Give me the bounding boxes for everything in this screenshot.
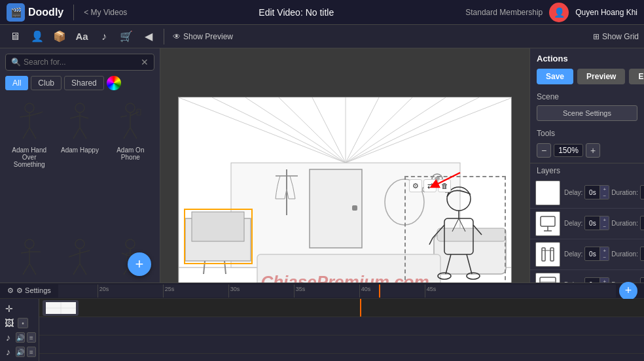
canvas-settings-icon[interactable]: ⚙ <box>409 179 422 192</box>
add-scene-button[interactable]: + <box>619 282 637 300</box>
search-icon: 🔍 <box>11 58 21 67</box>
delay-stepper-2: + − <box>599 216 609 230</box>
delay-up-2[interactable]: + <box>599 216 609 223</box>
delay-value: 0s <box>585 188 599 197</box>
toolbar-music-icon[interactable]: ♪ <box>94 27 114 46</box>
toolbar-assets-icon[interactable]: 📦 <box>50 27 69 46</box>
char-label: Adam Happy <box>61 146 99 154</box>
ruler-tick-20s: 20s <box>98 284 109 298</box>
character-on-sofa <box>420 182 498 281</box>
char-figure <box>60 235 99 281</box>
logo-icon: 🎬 <box>7 3 25 22</box>
music1-mute-btn[interactable]: 🔊 <box>16 332 25 343</box>
svg-rect-72 <box>444 218 473 254</box>
svg-point-26 <box>75 239 84 249</box>
settings-button[interactable]: ⚙ ⚙ Settings <box>3 285 55 296</box>
svg-line-74 <box>459 218 465 232</box>
color-picker-icon[interactable] <box>107 76 121 90</box>
duration-label: Duration: <box>611 189 638 196</box>
svg-line-39 <box>179 97 346 163</box>
delay-label-3: Delay: <box>564 250 582 258</box>
svg-line-79 <box>467 254 472 274</box>
ruler-tick-35s: 35s <box>294 284 306 298</box>
export-button[interactable]: Export <box>629 69 644 84</box>
music2-mute-btn[interactable]: 🔊 <box>16 347 25 357</box>
ruler-tick-30s: 30s <box>228 284 240 298</box>
delay-box: 0s + − <box>584 185 609 199</box>
scene-settings-button[interactable]: Scene Settings <box>537 105 637 121</box>
playhead[interactable] <box>379 284 380 298</box>
delay-up-3[interactable]: + <box>599 247 609 254</box>
char-item-adam-hand[interactable]: Adam Hand Over Something <box>5 97 53 230</box>
membership-label: Standard Membership <box>465 8 543 17</box>
zoom-plus-button[interactable]: + <box>586 143 600 158</box>
ruler-tick-25s: 25s <box>163 284 175 298</box>
search-input[interactable] <box>24 58 138 67</box>
music1-extra-btn[interactable]: ≡ <box>27 332 36 343</box>
action-buttons: Save Preview Export <box>530 66 644 87</box>
delay-down[interactable]: − <box>599 192 609 199</box>
zoom-minus-button[interactable]: − <box>537 143 551 158</box>
svg-line-15 <box>120 116 127 117</box>
zoom-value: 150% <box>554 144 583 157</box>
svg-line-18 <box>124 128 130 139</box>
filter-club-tab[interactable]: Club <box>31 76 62 90</box>
layers-header: Layers <box>530 163 644 178</box>
duration-label-3: Duration: <box>611 250 638 258</box>
layer-delay-row-2: Delay: 0s + − Duration: 3s + − <box>564 216 644 230</box>
image-mute-btn[interactable]: • <box>18 318 28 328</box>
save-button[interactable]: Save <box>537 69 573 84</box>
music1-icon: ♪ <box>3 331 14 344</box>
layer-item-2: Delay: 0s + − Duration: 3s + − <box>530 209 644 239</box>
svg-line-62 <box>224 261 226 274</box>
filter-shared-tab[interactable]: Shared <box>64 76 104 90</box>
timeline-content[interactable] <box>39 299 644 361</box>
delay-down-2[interactable]: − <box>599 223 609 230</box>
filter-all-tab[interactable]: All <box>5 76 28 90</box>
char-svg <box>63 239 96 281</box>
delay-stepper-3: + − <box>599 247 609 260</box>
back-link[interactable]: < My Videos <box>84 8 127 17</box>
toolbar-screen-icon[interactable]: 🖥 <box>5 27 25 46</box>
track-strip-1 <box>39 299 644 317</box>
delay-down-3[interactable]: − <box>599 254 609 260</box>
delay-label: Delay: <box>564 189 582 196</box>
tools-header: Tools <box>530 126 644 141</box>
svg-point-81 <box>467 273 480 279</box>
delay-box-2: 0s + − <box>584 216 609 230</box>
svg-line-48 <box>346 97 479 163</box>
logo: 🎬 Doodly <box>7 3 63 22</box>
toolbar-text-icon[interactable]: Aa <box>72 27 92 46</box>
layer-delay-row-3: Delay: 0s + − Duration: 3s + − <box>564 247 644 261</box>
timeline-header: ⚙ ⚙ Settings 20s 25s 30s 35s 40s 45s + <box>0 283 644 299</box>
show-preview-toggle[interactable]: 👁 Show Preview <box>173 32 233 41</box>
toolbar-characters-icon[interactable]: 👤 <box>27 27 47 46</box>
layer-controls-1: Delay: 0s + − Duration: 3s + − <box>564 185 644 201</box>
char-figure <box>111 99 150 145</box>
music2-extra-btn[interactable]: ≡ <box>27 347 36 357</box>
duration-label-2: Duration: <box>611 220 638 227</box>
svg-line-77 <box>473 225 482 235</box>
svg-line-49 <box>346 97 512 163</box>
duration-box-3: 3s + − <box>640 247 644 261</box>
svg-rect-86 <box>542 248 545 261</box>
toolbar-collapse-icon[interactable]: ◀ <box>139 27 158 46</box>
delay-up[interactable]: + <box>599 186 609 192</box>
svg-line-28 <box>69 253 80 257</box>
add-character-button[interactable]: + <box>128 252 151 276</box>
clear-search-icon[interactable]: ✕ <box>141 57 149 67</box>
svg-line-22 <box>21 252 29 253</box>
toolbar-cart-icon[interactable]: 🛒 <box>116 27 136 46</box>
char-item-adam-happy[interactable]: Adam Happy <box>56 97 103 230</box>
scene-clip[interactable] <box>43 300 79 316</box>
svg-line-3 <box>29 113 39 116</box>
canvas[interactable]: ⚙ 🗑 <box>178 97 512 313</box>
actions-header: Actions <box>530 48 644 66</box>
svg-line-11 <box>73 128 80 139</box>
char-item-adam-phone[interactable]: Adam On Phone <box>107 97 154 230</box>
show-grid-toggle[interactable]: ⊞ Show Grid <box>593 32 639 41</box>
preview-button[interactable]: Preview <box>577 69 625 84</box>
layer-thumb-3 <box>535 242 560 267</box>
duration-value-2: 3s <box>641 219 644 228</box>
track-controls: ✛ 🖼 • ♪ 🔊 ≡ ♪ 🔊 ≡ <box>0 299 39 361</box>
